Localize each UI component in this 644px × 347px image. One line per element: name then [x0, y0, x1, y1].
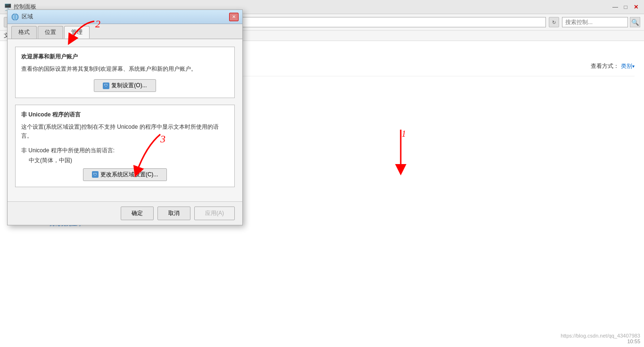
copy-settings-button[interactable]: 🛡 复制设置(O)...: [94, 79, 156, 92]
dialog-title: 区域: [22, 13, 229, 21]
tab-format[interactable]: 格式: [11, 26, 37, 39]
shield-icon-2: 🛡: [92, 171, 99, 178]
dialog-footer: 确定 取消 应用(A): [8, 201, 242, 225]
unicode-section-desc: 这个设置(系统区域设置)控制在不支持 Unicode 的程序中显示文本时所使用的…: [21, 123, 229, 140]
copy-settings-row: 🛡 复制设置(O)...: [21, 79, 229, 92]
dialog-close-button[interactable]: ✕: [229, 13, 239, 21]
dialog-overlay: 区域 ✕ 格式 位置 管理 欢迎屏幕和新用户账户 查看你的国际设置并将其复制到欢…: [0, 0, 644, 347]
dialog-tabs: 格式 位置 管理: [8, 24, 242, 39]
tab-location[interactable]: 位置: [38, 26, 63, 39]
unicode-section-title: 非 Unicode 程序的语言: [21, 111, 229, 119]
unicode-section: 非 Unicode 程序的语言 这个设置(系统区域设置)控制在不支持 Unico…: [15, 105, 235, 187]
change-locale-label: 更改系统区域设置(C)...: [100, 171, 158, 179]
current-lang-label: 非 Unicode 程序中所使用的当前语言:: [21, 147, 229, 155]
cancel-button[interactable]: 取消: [157, 207, 190, 220]
apply-button[interactable]: 应用(A): [194, 207, 235, 220]
shield-icon-1: 🛡: [103, 83, 109, 89]
dialog-content: 欢迎屏幕和新用户账户 查看你的国际设置并将其复制到欢迎屏幕、系统账户和新的用户账…: [8, 39, 242, 201]
welcome-section-title: 欢迎屏幕和新用户账户: [21, 53, 229, 61]
change-locale-button[interactable]: 🛡 更改系统区域设置(C)...: [83, 168, 167, 181]
dialog-titlebar: 区域 ✕: [8, 10, 242, 24]
globe-icon: [11, 13, 19, 21]
welcome-section: 欢迎屏幕和新用户账户 查看你的国际设置并将其复制到欢迎屏幕、系统账户和新的用户账…: [15, 47, 235, 98]
annotation-arrow-3: 1: [387, 127, 415, 184]
tab-admin[interactable]: 管理: [64, 26, 90, 39]
svg-text:1: 1: [402, 129, 406, 139]
current-lang-value: 中文(简体，中国): [29, 157, 229, 165]
region-dialog: 区域 ✕ 格式 位置 管理 欢迎屏幕和新用户账户 查看你的国际设置并将其复制到欢…: [7, 9, 243, 225]
welcome-section-desc: 查看你的国际设置并将其复制到欢迎屏幕、系统账户和新的用户账户。: [21, 65, 229, 74]
copy-settings-label: 复制设置(O)...: [111, 82, 147, 90]
change-locale-row: 🛡 更改系统区域设置(C)...: [21, 168, 229, 181]
ok-button[interactable]: 确定: [121, 207, 154, 220]
